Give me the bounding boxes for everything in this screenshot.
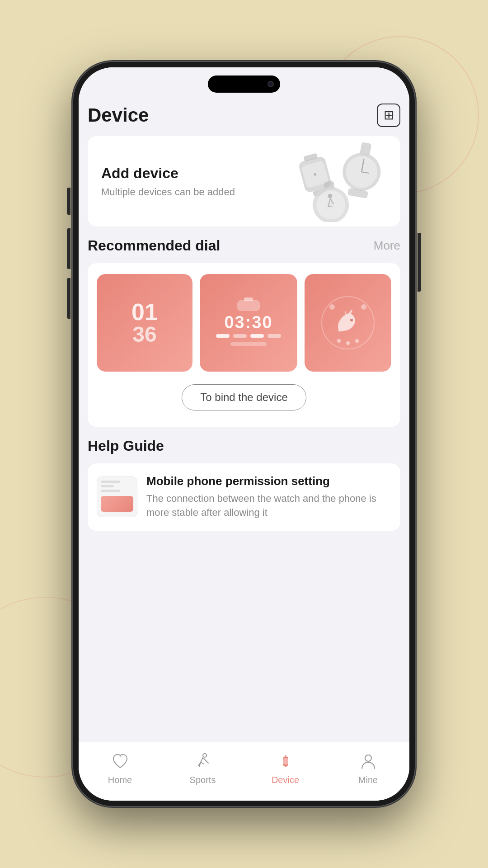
nav-item-home[interactable]: Home	[79, 742, 161, 801]
svg-rect-30	[283, 758, 288, 764]
help-item-title: Mobile phone permission setting	[146, 474, 391, 488]
nav-label-sports: Sports	[190, 775, 216, 785]
heart-icon	[109, 750, 131, 772]
bind-button-container: To bind the device	[97, 384, 391, 410]
phone-screen: Device ⊞ Add device Multiple devices can…	[79, 67, 409, 801]
page-title: Device	[88, 104, 149, 126]
thumb-line-3	[101, 490, 120, 492]
dial-card-3[interactable]	[305, 274, 391, 372]
dynamic-island	[208, 75, 280, 93]
svg-point-31	[365, 755, 371, 761]
help-guide-title: Help Guide	[88, 438, 164, 454]
help-thumbnail	[97, 476, 137, 517]
nav-item-mine[interactable]: Mine	[327, 742, 409, 801]
volume-up-button	[67, 188, 70, 215]
help-guide-section: Help Guide Mobile phone permission s	[88, 438, 400, 531]
running-icon	[192, 750, 214, 772]
thumb-line-1	[101, 481, 120, 483]
bind-device-button[interactable]: To bind the device	[182, 384, 306, 410]
recommended-dial-title: Recommended dial	[88, 237, 220, 254]
help-guide-header: Help Guide	[88, 438, 400, 454]
dial-num-bottom: 36	[132, 324, 156, 345]
section-header: Recommended dial More	[88, 237, 400, 254]
phone-frame: Device ⊞ Add device Multiple devices can…	[72, 61, 416, 807]
svg-rect-29	[285, 765, 286, 767]
help-item-1: Mobile phone permission setting The conn…	[97, 474, 391, 520]
metric-bar-3	[250, 334, 264, 338]
metric-bar-1	[216, 334, 230, 338]
nav-label-mine: Mine	[358, 775, 378, 785]
volume-down-button	[67, 228, 70, 269]
horse-dial-svg	[321, 296, 375, 350]
front-camera	[267, 81, 274, 87]
silent-switch	[67, 278, 70, 319]
nav-label-device: Device	[272, 775, 299, 785]
svg-rect-18	[230, 342, 267, 346]
dial-card-1[interactable]: 01 36	[97, 274, 192, 372]
nav-item-device[interactable]: Device	[244, 742, 327, 801]
device-icon	[275, 750, 296, 772]
bottom-nav: Home Sports	[79, 742, 409, 801]
nav-label-home: Home	[108, 775, 132, 785]
plus-icon: ⊞	[384, 109, 394, 122]
svg-rect-17	[237, 300, 260, 311]
svg-point-23	[337, 339, 341, 343]
watch-svg	[278, 141, 396, 222]
dial-card-2[interactable]: 03:30	[200, 274, 297, 372]
add-device-button[interactable]: ⊞	[377, 104, 400, 127]
watch-illustration	[274, 136, 400, 226]
more-button[interactable]: More	[374, 239, 400, 253]
dial-metrics	[216, 334, 281, 338]
svg-point-25	[355, 339, 359, 343]
screen-content: Device ⊞ Add device Multiple devices can…	[79, 67, 409, 801]
person-icon	[357, 750, 379, 772]
help-text: Mobile phone permission setting The conn…	[146, 474, 391, 520]
dial-time: 03:30	[224, 313, 272, 332]
help-item-description: The connection between the watch and the…	[146, 492, 391, 520]
svg-rect-28	[285, 755, 286, 757]
thumb-line-2	[101, 485, 114, 487]
svg-point-24	[346, 341, 350, 345]
mini-watch-icon	[235, 297, 262, 311]
add-device-title: Add device	[101, 165, 235, 182]
thumb-image	[101, 496, 133, 512]
help-guide-card[interactable]: Mobile phone permission setting The conn…	[88, 463, 400, 531]
nav-item-sports[interactable]: Sports	[161, 742, 244, 801]
add-device-subtitle: Multiple devices can be added	[101, 186, 235, 198]
add-device-card[interactable]: Add device Multiple devices can be added	[88, 136, 400, 226]
page-header: Device ⊞	[88, 99, 400, 136]
add-device-text: Add device Multiple devices can be added	[101, 165, 235, 198]
svg-point-22	[361, 304, 366, 310]
dial-container: 01 36 03:30	[88, 263, 400, 427]
dial-num-top: 01	[131, 300, 158, 324]
svg-point-26	[203, 754, 206, 757]
power-button	[418, 233, 421, 292]
svg-point-20	[350, 319, 353, 321]
metric-bar-4	[267, 334, 281, 338]
recommended-dial-section: Recommended dial More 01 36	[88, 237, 400, 427]
metric-bar-2	[233, 334, 247, 338]
main-scroll-area[interactable]: Device ⊞ Add device Multiple devices can…	[79, 99, 409, 742]
svg-point-21	[329, 304, 335, 310]
dial-bottom-bar	[230, 340, 267, 349]
dial-cards: 01 36 03:30	[97, 274, 391, 372]
